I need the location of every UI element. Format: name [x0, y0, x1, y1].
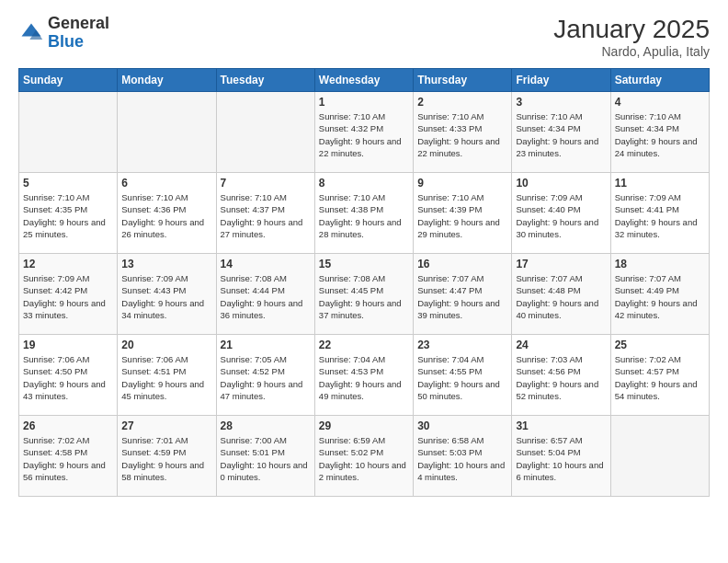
- day-number: 26: [23, 419, 113, 432]
- day-number: 2: [417, 96, 507, 109]
- day-number: 25: [615, 339, 705, 351]
- day-info: Sunrise: 6:58 AM Sunset: 5:03 PM Dayligh…: [417, 434, 507, 483]
- calendar-cell: [216, 92, 314, 173]
- day-number: 21: [221, 339, 311, 351]
- day-number: 14: [221, 258, 311, 270]
- calendar-cell: 18Sunrise: 7:07 AM Sunset: 4:49 PM Dayli…: [610, 254, 709, 335]
- day-number: 1: [319, 96, 409, 109]
- calendar-cell: 24Sunrise: 7:03 AM Sunset: 4:56 PM Dayli…: [512, 335, 610, 416]
- weekday-header: Thursday: [414, 69, 512, 92]
- day-number: 16: [417, 258, 507, 270]
- calendar-week-row: 12Sunrise: 7:09 AM Sunset: 4:42 PM Dayli…: [19, 254, 710, 335]
- calendar-cell: [118, 92, 216, 173]
- calendar-cell: 12Sunrise: 7:09 AM Sunset: 4:42 PM Dayli…: [19, 254, 118, 335]
- calendar-cell: 2Sunrise: 7:10 AM Sunset: 4:33 PM Daylig…: [414, 92, 512, 173]
- header: General Blue January 2025 Nardo, Apulia,…: [18, 15, 710, 59]
- logo-general-text: General: [48, 14, 109, 32]
- calendar-cell: 15Sunrise: 7:08 AM Sunset: 4:45 PM Dayli…: [314, 254, 413, 335]
- calendar-cell: 4Sunrise: 7:10 AM Sunset: 4:34 PM Daylig…: [610, 92, 709, 173]
- day-number: 7: [221, 177, 311, 190]
- day-number: 24: [516, 339, 606, 351]
- logo-blue-text: Blue: [48, 32, 84, 51]
- calendar-cell: 17Sunrise: 7:07 AM Sunset: 4:48 PM Dayli…: [512, 254, 610, 335]
- day-info: Sunrise: 7:09 AM Sunset: 4:40 PM Dayligh…: [516, 191, 606, 240]
- day-info: Sunrise: 7:08 AM Sunset: 4:45 PM Dayligh…: [319, 272, 409, 321]
- day-number: 19: [23, 339, 113, 351]
- day-number: 5: [23, 177, 113, 190]
- calendar-cell: 11Sunrise: 7:09 AM Sunset: 4:41 PM Dayli…: [610, 173, 709, 254]
- day-number: 13: [121, 258, 211, 270]
- day-info: Sunrise: 7:05 AM Sunset: 4:52 PM Dayligh…: [221, 353, 311, 402]
- location-title: Nardo, Apulia, Italy: [553, 44, 710, 59]
- weekday-header: Saturday: [610, 69, 709, 92]
- calendar-cell: [19, 92, 118, 173]
- calendar-table: SundayMondayTuesdayWednesdayThursdayFrid…: [18, 68, 710, 497]
- day-info: Sunrise: 7:07 AM Sunset: 4:47 PM Dayligh…: [417, 272, 507, 321]
- calendar-cell: 10Sunrise: 7:09 AM Sunset: 4:40 PM Dayli…: [512, 173, 610, 254]
- day-info: Sunrise: 7:06 AM Sunset: 4:51 PM Dayligh…: [121, 353, 211, 402]
- calendar-week-row: 1Sunrise: 7:10 AM Sunset: 4:32 PM Daylig…: [19, 92, 710, 173]
- day-info: Sunrise: 7:01 AM Sunset: 4:59 PM Dayligh…: [121, 434, 211, 483]
- day-info: Sunrise: 7:04 AM Sunset: 4:53 PM Dayligh…: [319, 353, 409, 402]
- logo: General Blue: [18, 15, 109, 52]
- weekday-header: Monday: [118, 69, 216, 92]
- calendar-cell: 20Sunrise: 7:06 AM Sunset: 4:51 PM Dayli…: [118, 335, 216, 416]
- calendar-cell: 21Sunrise: 7:05 AM Sunset: 4:52 PM Dayli…: [216, 335, 314, 416]
- calendar-cell: 5Sunrise: 7:10 AM Sunset: 4:35 PM Daylig…: [19, 173, 118, 254]
- day-info: Sunrise: 7:02 AM Sunset: 4:57 PM Dayligh…: [615, 353, 705, 402]
- calendar-cell: 3Sunrise: 7:10 AM Sunset: 4:34 PM Daylig…: [512, 92, 610, 173]
- title-block: January 2025 Nardo, Apulia, Italy: [553, 15, 710, 59]
- day-info: Sunrise: 7:10 AM Sunset: 4:39 PM Dayligh…: [417, 191, 507, 240]
- calendar-cell: 8Sunrise: 7:10 AM Sunset: 4:38 PM Daylig…: [314, 173, 413, 254]
- calendar-cell: 1Sunrise: 7:10 AM Sunset: 4:32 PM Daylig…: [314, 92, 413, 173]
- day-number: 12: [23, 258, 113, 270]
- day-number: 30: [417, 419, 507, 432]
- day-info: Sunrise: 7:07 AM Sunset: 4:48 PM Dayligh…: [516, 272, 606, 321]
- calendar-cell: 7Sunrise: 7:10 AM Sunset: 4:37 PM Daylig…: [216, 173, 314, 254]
- day-info: Sunrise: 7:10 AM Sunset: 4:38 PM Dayligh…: [319, 191, 409, 240]
- day-info: Sunrise: 7:03 AM Sunset: 4:56 PM Dayligh…: [516, 353, 606, 402]
- day-info: Sunrise: 7:04 AM Sunset: 4:55 PM Dayligh…: [417, 353, 507, 402]
- day-info: Sunrise: 7:08 AM Sunset: 4:44 PM Dayligh…: [221, 272, 311, 321]
- calendar-cell: 19Sunrise: 7:06 AM Sunset: 4:50 PM Dayli…: [19, 335, 118, 416]
- calendar-cell: 16Sunrise: 7:07 AM Sunset: 4:47 PM Dayli…: [414, 254, 512, 335]
- day-info: Sunrise: 6:57 AM Sunset: 5:04 PM Dayligh…: [516, 434, 606, 483]
- day-number: 10: [516, 177, 606, 190]
- logo-icon: [18, 20, 44, 46]
- day-info: Sunrise: 7:10 AM Sunset: 4:33 PM Dayligh…: [417, 110, 507, 159]
- day-info: Sunrise: 7:10 AM Sunset: 4:32 PM Dayligh…: [319, 110, 409, 159]
- day-number: 31: [516, 419, 606, 432]
- day-number: 20: [121, 339, 211, 351]
- calendar-cell: 13Sunrise: 7:09 AM Sunset: 4:43 PM Dayli…: [118, 254, 216, 335]
- day-info: Sunrise: 7:10 AM Sunset: 4:34 PM Dayligh…: [516, 110, 606, 159]
- day-info: Sunrise: 7:10 AM Sunset: 4:36 PM Dayligh…: [121, 191, 211, 240]
- calendar-week-row: 26Sunrise: 7:02 AM Sunset: 4:58 PM Dayli…: [19, 416, 710, 497]
- weekday-header: Sunday: [19, 69, 118, 92]
- day-number: 23: [417, 339, 507, 351]
- calendar-cell: 30Sunrise: 6:58 AM Sunset: 5:03 PM Dayli…: [414, 416, 512, 497]
- day-number: 17: [516, 258, 606, 270]
- calendar-week-row: 19Sunrise: 7:06 AM Sunset: 4:50 PM Dayli…: [19, 335, 710, 416]
- day-info: Sunrise: 7:09 AM Sunset: 4:43 PM Dayligh…: [121, 272, 211, 321]
- weekday-header: Friday: [512, 69, 610, 92]
- calendar-cell: 25Sunrise: 7:02 AM Sunset: 4:57 PM Dayli…: [610, 335, 709, 416]
- day-number: 27: [121, 419, 211, 432]
- calendar-week-row: 5Sunrise: 7:10 AM Sunset: 4:35 PM Daylig…: [19, 173, 710, 254]
- weekday-header: Tuesday: [216, 69, 314, 92]
- calendar-cell: 31Sunrise: 6:57 AM Sunset: 5:04 PM Dayli…: [512, 416, 610, 497]
- calendar-cell: 14Sunrise: 7:08 AM Sunset: 4:44 PM Dayli…: [216, 254, 314, 335]
- day-info: Sunrise: 7:09 AM Sunset: 4:41 PM Dayligh…: [615, 191, 705, 240]
- day-number: 9: [417, 177, 507, 190]
- calendar-header-row: SundayMondayTuesdayWednesdayThursdayFrid…: [19, 69, 710, 92]
- day-info: Sunrise: 7:10 AM Sunset: 4:37 PM Dayligh…: [221, 191, 311, 240]
- day-number: 15: [319, 258, 409, 270]
- page: General Blue January 2025 Nardo, Apulia,…: [0, 0, 728, 563]
- day-number: 8: [319, 177, 409, 190]
- day-number: 22: [319, 339, 409, 351]
- day-info: Sunrise: 7:06 AM Sunset: 4:50 PM Dayligh…: [23, 353, 113, 402]
- weekday-header: Wednesday: [314, 69, 413, 92]
- day-info: Sunrise: 7:10 AM Sunset: 4:35 PM Dayligh…: [23, 191, 113, 240]
- day-number: 3: [516, 96, 606, 109]
- day-number: 6: [121, 177, 211, 190]
- day-number: 11: [615, 177, 705, 190]
